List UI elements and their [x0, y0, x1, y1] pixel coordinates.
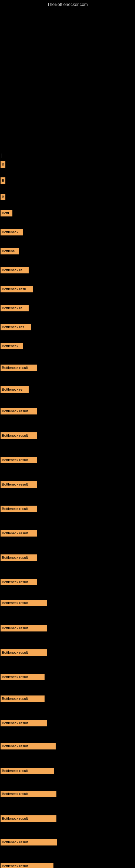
bottleneck-label: Bottleneck result	[1, 674, 45, 680]
bottleneck-label: B	[1, 194, 5, 200]
bottleneck-label: Bottl	[1, 210, 12, 216]
bottleneck-label: Bottleneck result	[1, 579, 37, 585]
bottleneck-label: Bottleneck result	[1, 695, 45, 702]
bottleneck-label: Bottleneck resu	[1, 286, 33, 292]
bottleneck-label: Bottleneck result	[1, 365, 37, 371]
bottleneck-label: Bottleneck	[1, 229, 23, 236]
bottleneck-label: B	[1, 177, 5, 184]
bottleneck-label: Bottlene	[1, 248, 19, 254]
bottleneck-label: Bottleneck result	[1, 600, 47, 606]
bottleneck-label: Bottleneck	[1, 343, 23, 349]
bottleneck-label: Bottleneck result	[1, 481, 37, 488]
bottleneck-label: Bottleneck result	[1, 649, 47, 656]
bottleneck-label: Bottleneck result	[1, 839, 57, 845]
bottleneck-label: Bottleneck result	[1, 743, 56, 749]
site-title: TheBottlenecker.com	[0, 0, 135, 9]
bottleneck-label: Bottleneck result	[1, 768, 54, 774]
bottleneck-label: Bottleneck re	[1, 386, 29, 393]
bottleneck-label: Bottleneck result	[1, 530, 37, 536]
bottleneck-label: Bottleneck result	[1, 432, 37, 439]
bottleneck-label: Bottleneck result	[1, 625, 47, 631]
bottleneck-label: B	[1, 161, 5, 167]
bottleneck-label: Bottleneck result	[1, 554, 37, 561]
bottleneck-label: Bottleneck re	[1, 267, 29, 273]
bottleneck-label: Bottleneck res	[1, 324, 31, 330]
bottleneck-label: Bottleneck result	[1, 408, 37, 414]
bottleneck-label: Bottleneck result	[1, 457, 37, 463]
bottleneck-label: Bottleneck result	[1, 815, 56, 822]
bottleneck-label: Bottleneck result	[1, 506, 37, 512]
bottleneck-label: Bottleneck result	[1, 863, 53, 868]
bottleneck-label: Bottleneck re	[1, 305, 29, 311]
bottleneck-label: Bottleneck result	[1, 791, 56, 797]
bottleneck-label: Bottleneck result	[1, 720, 47, 726]
cursor: |	[1, 153, 2, 158]
